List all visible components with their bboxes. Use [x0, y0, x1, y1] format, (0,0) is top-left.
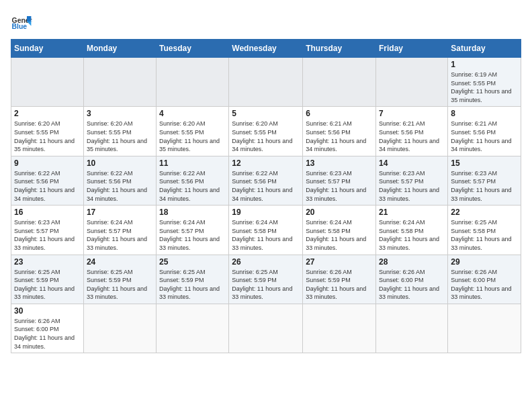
calendar-cell: 12Sunrise: 6:22 AM Sunset: 5:56 PM Dayli…: [229, 156, 303, 205]
day-number: 3: [87, 109, 153, 118]
day-number: 21: [379, 208, 445, 217]
weekday-header-sunday: Sunday: [11, 40, 84, 58]
calendar-cell: 8Sunrise: 6:21 AM Sunset: 5:56 PM Daylig…: [448, 107, 521, 156]
day-info: Sunrise: 6:26 AM Sunset: 5:59 PM Dayligh…: [306, 268, 373, 302]
week-row-2: 2Sunrise: 6:20 AM Sunset: 5:55 PM Daylig…: [11, 107, 521, 156]
day-number: 8: [451, 109, 518, 118]
day-info: Sunrise: 6:26 AM Sunset: 6:00 PM Dayligh…: [14, 317, 81, 351]
day-info: Sunrise: 6:26 AM Sunset: 6:00 PM Dayligh…: [451, 268, 518, 302]
day-info: Sunrise: 6:20 AM Sunset: 5:55 PM Dayligh…: [232, 120, 300, 153]
weekday-header-monday: Monday: [83, 40, 156, 58]
calendar-cell: [448, 304, 521, 353]
calendar-cell: [303, 58, 376, 107]
calendar-cell: 22Sunrise: 6:25 AM Sunset: 5:58 PM Dayli…: [448, 205, 521, 255]
weekday-header-tuesday: Tuesday: [157, 40, 229, 58]
calendar-cell: 11Sunrise: 6:22 AM Sunset: 5:56 PM Dayli…: [157, 156, 229, 205]
day-number: 27: [306, 257, 373, 267]
calendar-table: SundayMondayTuesdayWednesdayThursdayFrid…: [11, 39, 521, 353]
calendar-cell: [157, 304, 229, 353]
calendar-cell: [157, 58, 229, 107]
day-info: Sunrise: 6:22 AM Sunset: 5:56 PM Dayligh…: [159, 169, 226, 203]
day-info: Sunrise: 6:23 AM Sunset: 5:57 PM Dayligh…: [306, 169, 373, 203]
week-row-4: 16Sunrise: 6:23 AM Sunset: 5:57 PM Dayli…: [11, 205, 521, 255]
day-info: Sunrise: 6:23 AM Sunset: 5:57 PM Dayligh…: [451, 169, 518, 203]
calendar-cell: 30Sunrise: 6:26 AM Sunset: 6:00 PM Dayli…: [11, 304, 84, 353]
weekday-header-thursday: Thursday: [303, 40, 376, 58]
day-info: Sunrise: 6:23 AM Sunset: 5:57 PM Dayligh…: [14, 218, 81, 252]
weekday-header-row: SundayMondayTuesdayWednesdayThursdayFrid…: [11, 40, 521, 58]
calendar-cell: [229, 304, 303, 353]
day-number: 14: [379, 158, 445, 168]
calendar-cell: [303, 304, 376, 353]
logo: General Blue: [11, 11, 32, 32]
day-info: Sunrise: 6:24 AM Sunset: 5:58 PM Dayligh…: [306, 218, 373, 252]
day-number: 28: [379, 257, 445, 267]
day-number: 26: [232, 257, 300, 267]
day-info: Sunrise: 6:21 AM Sunset: 5:56 PM Dayligh…: [306, 120, 373, 153]
weekday-header-saturday: Saturday: [448, 40, 521, 58]
day-number: 2: [14, 109, 81, 118]
calendar-cell: 13Sunrise: 6:23 AM Sunset: 5:57 PM Dayli…: [303, 156, 376, 205]
day-info: Sunrise: 6:24 AM Sunset: 5:57 PM Dayligh…: [159, 218, 226, 252]
day-number: 30: [14, 306, 81, 316]
day-number: 24: [87, 257, 153, 267]
day-number: 13: [306, 158, 373, 168]
day-number: 29: [451, 257, 518, 267]
calendar-cell: 14Sunrise: 6:23 AM Sunset: 5:57 PM Dayli…: [376, 156, 448, 205]
calendar-cell: 4Sunrise: 6:20 AM Sunset: 5:55 PM Daylig…: [157, 107, 229, 156]
day-info: Sunrise: 6:25 AM Sunset: 5:59 PM Dayligh…: [87, 268, 153, 302]
calendar-cell: 20Sunrise: 6:24 AM Sunset: 5:58 PM Dayli…: [303, 205, 376, 255]
day-number: 20: [306, 208, 373, 217]
day-info: Sunrise: 6:20 AM Sunset: 5:55 PM Dayligh…: [159, 120, 226, 153]
calendar-cell: 2Sunrise: 6:20 AM Sunset: 5:55 PM Daylig…: [11, 107, 84, 156]
day-number: 10: [87, 158, 153, 168]
day-info: Sunrise: 6:21 AM Sunset: 5:56 PM Dayligh…: [451, 120, 518, 153]
day-number: 23: [14, 257, 81, 267]
day-info: Sunrise: 6:24 AM Sunset: 5:58 PM Dayligh…: [232, 218, 300, 252]
day-info: Sunrise: 6:25 AM Sunset: 5:58 PM Dayligh…: [451, 218, 518, 252]
calendar-cell: 18Sunrise: 6:24 AM Sunset: 5:57 PM Dayli…: [157, 205, 229, 255]
day-number: 19: [232, 208, 300, 217]
day-info: Sunrise: 6:22 AM Sunset: 5:56 PM Dayligh…: [232, 169, 300, 203]
day-info: Sunrise: 6:20 AM Sunset: 5:55 PM Dayligh…: [14, 120, 81, 153]
day-number: 9: [14, 158, 81, 168]
day-info: Sunrise: 6:25 AM Sunset: 5:59 PM Dayligh…: [232, 268, 300, 302]
day-number: 7: [379, 109, 445, 118]
header: General Blue: [11, 11, 521, 32]
calendar-cell: 10Sunrise: 6:22 AM Sunset: 5:56 PM Dayli…: [83, 156, 156, 205]
calendar-cell: 23Sunrise: 6:25 AM Sunset: 5:59 PM Dayli…: [11, 255, 84, 304]
day-number: 25: [159, 257, 226, 267]
day-info: Sunrise: 6:24 AM Sunset: 5:57 PM Dayligh…: [87, 218, 153, 252]
calendar-cell: 7Sunrise: 6:21 AM Sunset: 5:56 PM Daylig…: [376, 107, 448, 156]
calendar-cell: 5Sunrise: 6:20 AM Sunset: 5:55 PM Daylig…: [229, 107, 303, 156]
calendar-cell: 29Sunrise: 6:26 AM Sunset: 6:00 PM Dayli…: [448, 255, 521, 304]
day-info: Sunrise: 6:20 AM Sunset: 5:55 PM Dayligh…: [87, 120, 153, 153]
calendar-cell: 21Sunrise: 6:24 AM Sunset: 5:58 PM Dayli…: [376, 205, 448, 255]
day-number: 4: [159, 109, 226, 118]
calendar-cell: 16Sunrise: 6:23 AM Sunset: 5:57 PM Dayli…: [11, 205, 84, 255]
week-row-5: 23Sunrise: 6:25 AM Sunset: 5:59 PM Dayli…: [11, 255, 521, 304]
day-number: 17: [87, 208, 153, 217]
weekday-header-wednesday: Wednesday: [229, 40, 303, 58]
svg-marker-2: [27, 16, 31, 21]
day-number: 1: [451, 60, 518, 69]
day-info: Sunrise: 6:22 AM Sunset: 5:56 PM Dayligh…: [87, 169, 153, 203]
calendar-cell: 1Sunrise: 6:19 AM Sunset: 5:55 PM Daylig…: [448, 58, 521, 107]
calendar-cell: 15Sunrise: 6:23 AM Sunset: 5:57 PM Dayli…: [448, 156, 521, 205]
calendar-cell: [376, 58, 448, 107]
weekday-header-friday: Friday: [376, 40, 448, 58]
day-number: 6: [306, 109, 373, 118]
day-info: Sunrise: 6:22 AM Sunset: 5:56 PM Dayligh…: [14, 169, 81, 203]
logo-icon: General Blue: [11, 11, 32, 32]
day-number: 12: [232, 158, 300, 168]
week-row-6: 30Sunrise: 6:26 AM Sunset: 6:00 PM Dayli…: [11, 304, 521, 353]
day-number: 16: [14, 208, 81, 217]
day-info: Sunrise: 6:26 AM Sunset: 6:00 PM Dayligh…: [379, 268, 445, 302]
calendar-cell: 25Sunrise: 6:25 AM Sunset: 5:59 PM Dayli…: [157, 255, 229, 304]
calendar-cell: [83, 58, 156, 107]
day-info: Sunrise: 6:19 AM Sunset: 5:55 PM Dayligh…: [451, 71, 518, 104]
calendar-cell: 17Sunrise: 6:24 AM Sunset: 5:57 PM Dayli…: [83, 205, 156, 255]
day-info: Sunrise: 6:23 AM Sunset: 5:57 PM Dayligh…: [379, 169, 445, 203]
calendar-cell: 28Sunrise: 6:26 AM Sunset: 6:00 PM Dayli…: [376, 255, 448, 304]
day-info: Sunrise: 6:24 AM Sunset: 5:58 PM Dayligh…: [379, 218, 445, 252]
